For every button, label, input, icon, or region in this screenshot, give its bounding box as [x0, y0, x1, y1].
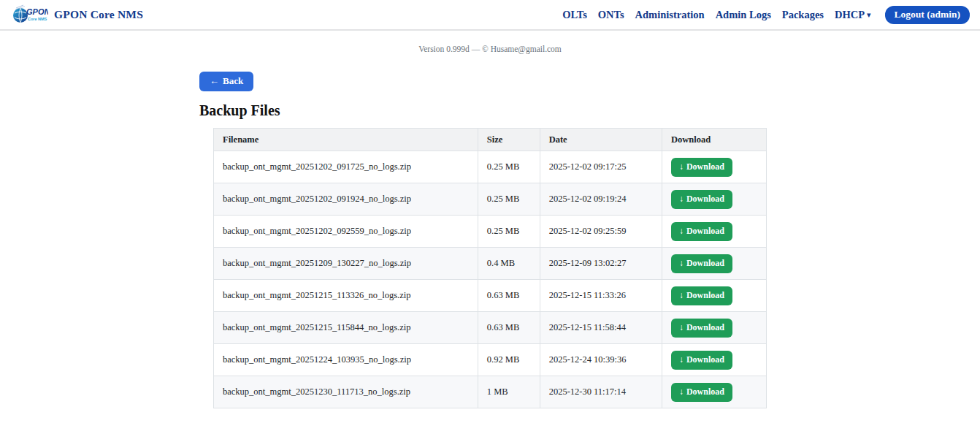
brand-title: GPON Core NMS: [54, 8, 143, 21]
date-cell: 2025-12-15 11:33:26: [540, 280, 662, 312]
size-cell: 0.25 MB: [478, 151, 540, 183]
column-header-download: Download: [662, 129, 766, 151]
table-row: backup_ont_mgmt_20251224_103935_no_logs.…: [214, 344, 767, 376]
download-cell: ↓ Download: [662, 344, 766, 376]
logout-button[interactable]: Logout (admin): [885, 6, 970, 24]
download-cell: ↓ Download: [662, 248, 766, 280]
download-button-label: Download: [686, 226, 724, 237]
filename-cell: backup_ont_mgmt_20251224_103935_no_logs.…: [214, 344, 478, 376]
back-button-label: Back: [223, 75, 243, 87]
left-arrow-icon: ←: [210, 75, 219, 87]
backup-files-table: Filename Size Date Download backup_ont_m…: [213, 128, 767, 408]
download-arrow-icon: ↓: [679, 387, 684, 397]
column-header-filename: Filename: [214, 129, 478, 151]
download-button-label: Download: [686, 354, 724, 365]
column-header-size: Size: [478, 129, 540, 151]
download-button[interactable]: ↓ Download: [671, 286, 732, 305]
download-arrow-icon: ↓: [679, 161, 684, 172]
caret-down-icon: ▾: [867, 10, 871, 20]
date-cell: 2025-12-02 09:17:25: [540, 151, 662, 183]
nav-link-administration[interactable]: Administration: [635, 9, 705, 21]
table-header-row: Filename Size Date Download: [214, 129, 767, 151]
svg-text:Core NMS: Core NMS: [28, 17, 47, 21]
page-title: Backup Files: [199, 102, 781, 119]
column-header-date: Date: [540, 129, 662, 151]
download-button[interactable]: ↓ Download: [671, 383, 732, 402]
download-button-label: Download: [686, 194, 724, 205]
filename-cell: backup_ont_mgmt_20251230_111713_no_logs.…: [214, 376, 478, 408]
download-arrow-icon: ↓: [679, 322, 684, 333]
nav-link-packages[interactable]: Packages: [782, 9, 824, 21]
download-cell: ↓ Download: [662, 376, 766, 408]
brand-home-link[interactable]: GPON Core NMS GPON Core NMS: [12, 4, 143, 26]
filename-cell: backup_ont_mgmt_20251215_113326_no_logs.…: [214, 280, 478, 312]
table-row: backup_ont_mgmt_20251202_091725_no_logs.…: [214, 151, 767, 183]
nav-dropdown-dhcp-label: DHCP: [835, 9, 865, 20]
download-button-label: Download: [686, 322, 724, 333]
download-button[interactable]: ↓ Download: [671, 254, 732, 273]
date-cell: 2025-12-30 11:17:14: [540, 376, 662, 408]
svg-text:GPON: GPON: [26, 7, 48, 16]
back-button[interactable]: ← Back: [199, 72, 253, 91]
download-arrow-icon: ↓: [679, 290, 684, 301]
table-row: backup_ont_mgmt_20251202_092559_no_logs.…: [214, 216, 767, 248]
download-button[interactable]: ↓ Download: [671, 351, 732, 370]
download-button[interactable]: ↓ Download: [671, 190, 732, 209]
size-cell: 0.4 MB: [478, 248, 540, 280]
download-button-label: Download: [686, 290, 724, 301]
nav-link-admin-logs[interactable]: Admin Logs: [716, 9, 771, 21]
size-cell: 0.25 MB: [478, 216, 540, 248]
top-navbar: GPON Core NMS GPON Core NMS OLTs ONTs Ad…: [0, 0, 980, 31]
gpon-logo-icon: GPON Core NMS: [12, 4, 48, 26]
download-button[interactable]: ↓ Download: [671, 319, 732, 338]
main-nav: OLTs ONTs Administration Admin Logs Pack…: [562, 6, 970, 24]
table-row: backup_ont_mgmt_20251230_111713_no_logs.…: [214, 376, 767, 408]
filename-cell: backup_ont_mgmt_20251202_092559_no_logs.…: [214, 216, 478, 248]
download-arrow-icon: ↓: [679, 258, 684, 269]
download-button-label: Download: [686, 387, 724, 397]
download-cell: ↓ Download: [662, 216, 766, 248]
download-cell: ↓ Download: [662, 183, 766, 216]
size-cell: 1 MB: [478, 376, 540, 408]
backup-files-table-wrapper: Filename Size Date Download backup_ont_m…: [213, 128, 767, 408]
nav-link-onts[interactable]: ONTs: [598, 9, 624, 21]
date-cell: 2025-12-09 13:02:27: [540, 248, 662, 280]
download-arrow-icon: ↓: [679, 226, 684, 237]
download-cell: ↓ Download: [662, 312, 766, 344]
nav-link-olts[interactable]: OLTs: [562, 9, 587, 21]
table-row: backup_ont_mgmt_20251202_091924_no_logs.…: [214, 183, 767, 216]
download-cell: ↓ Download: [662, 151, 766, 183]
size-cell: 0.25 MB: [478, 183, 540, 216]
download-cell: ↓ Download: [662, 280, 766, 312]
table-row: backup_ont_mgmt_20251215_115844_no_logs.…: [214, 312, 767, 344]
filename-cell: backup_ont_mgmt_20251215_115844_no_logs.…: [214, 312, 478, 344]
nav-dropdown-dhcp[interactable]: DHCP▾: [835, 9, 871, 21]
content-container: ← Back Backup Files Filename Size Date D…: [199, 53, 781, 408]
download-arrow-icon: ↓: [679, 354, 684, 365]
size-cell: 0.92 MB: [478, 344, 540, 376]
download-button[interactable]: ↓ Download: [671, 158, 732, 177]
download-arrow-icon: ↓: [679, 194, 684, 205]
filename-cell: backup_ont_mgmt_20251202_091924_no_logs.…: [214, 183, 478, 216]
download-button-label: Download: [686, 258, 724, 269]
table-row: backup_ont_mgmt_20251215_113326_no_logs.…: [214, 280, 767, 312]
table-row: backup_ont_mgmt_20251209_130227_no_logs.…: [214, 248, 767, 280]
size-cell: 0.63 MB: [478, 280, 540, 312]
date-cell: 2025-12-02 09:19:24: [540, 183, 662, 216]
download-button[interactable]: ↓ Download: [671, 222, 732, 241]
filename-cell: backup_ont_mgmt_20251202_091725_no_logs.…: [214, 151, 478, 183]
download-button-label: Download: [686, 161, 724, 172]
version-text: Version 0.999d — © Husame@gmail.com: [0, 45, 980, 53]
date-cell: 2025-12-02 09:25:59: [540, 216, 662, 248]
size-cell: 0.63 MB: [478, 312, 540, 344]
filename-cell: backup_ont_mgmt_20251209_130227_no_logs.…: [214, 248, 478, 280]
date-cell: 2025-12-24 10:39:36: [540, 344, 662, 376]
date-cell: 2025-12-15 11:58:44: [540, 312, 662, 344]
